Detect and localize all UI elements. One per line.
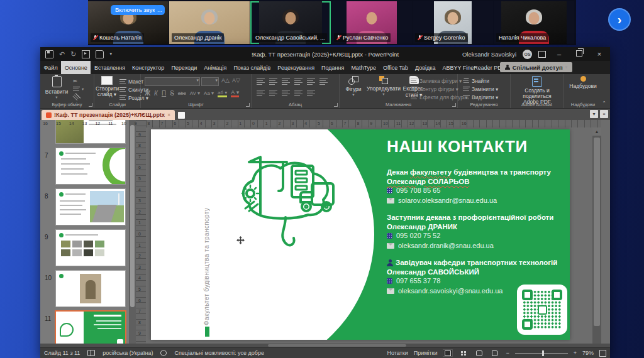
language-indicator[interactable]: російська (Україна) (103, 350, 153, 356)
slide-thumbnail-7[interactable] (56, 148, 125, 184)
increase-indent-icon[interactable] (294, 78, 303, 85)
document-tab[interactable]: !Каф. ТТ презентація (2025)+КЛЄЩ.pptx × (42, 110, 175, 120)
zoom-out-button[interactable]: − (506, 350, 509, 356)
scroll-up-icon[interactable]: ▲ (592, 127, 601, 136)
ribbon-display-options-icon[interactable] (538, 51, 546, 58)
notes-button[interactable]: Нотатки (387, 350, 408, 356)
ribbon-tab-основне[interactable]: Основне (61, 61, 91, 74)
font-size-combo[interactable] (201, 77, 219, 86)
ribbon-tab-показ-слайдів[interactable]: Показ слайдів (230, 61, 274, 74)
shrink-font-button[interactable]: А▽ (232, 77, 240, 84)
unmute-button[interactable]: Включить звук (111, 5, 159, 15)
zoom-in-button[interactable]: + (574, 350, 577, 356)
ribbon-tab-конструктор[interactable]: Конструктор (129, 61, 168, 74)
arrange-button[interactable]: Упорядкувати▾ (366, 76, 401, 97)
new-slide-button[interactable]: Створити слайд ▾ (96, 76, 118, 97)
ribbon-tab-анімація[interactable]: Анімація (201, 61, 230, 74)
grow-font-button[interactable]: А△ (221, 77, 230, 84)
undo-icon[interactable]: ↶ (59, 50, 65, 58)
paste-button[interactable]: Вставити▾ (44, 76, 69, 100)
clipboard-dialog-launcher[interactable] (89, 103, 92, 107)
fit-to-window-icon[interactable] (599, 350, 606, 357)
line-spacing-icon[interactable] (307, 78, 315, 85)
font-name-combo[interactable] (145, 77, 200, 86)
format-painter-button[interactable] (73, 94, 80, 100)
next-participants-button[interactable]: › (608, 8, 631, 31)
justify-icon[interactable] (294, 89, 303, 96)
account-name[interactable]: Oleksandr Savoiskyi (462, 51, 516, 58)
ribbon-tab-файл[interactable]: Файл (40, 61, 61, 74)
font-color-button[interactable]: А ▾ (231, 89, 239, 97)
ribbon-tab-рецензування[interactable]: Рецензування (274, 61, 318, 74)
copy-button[interactable]: ▾ (73, 86, 84, 92)
save-icon[interactable] (45, 50, 53, 58)
slideshow-view-button[interactable] (490, 349, 500, 357)
slide-thumbnail-8[interactable] (56, 189, 125, 225)
new-document-icon[interactable] (96, 50, 104, 58)
restore-button[interactable] (572, 50, 586, 58)
participant-tile[interactable]: Олександр Дранік (169, 1, 250, 44)
normal-view-button[interactable] (443, 349, 453, 357)
highlight-color-button[interactable]: аб ▾ (218, 90, 227, 97)
thumbnail-scrollbar[interactable] (129, 120, 136, 344)
comments-button[interactable]: Примітки (414, 350, 438, 356)
bold-button[interactable]: Ж (145, 90, 150, 97)
main-vertical-scrollbar[interactable]: ▲ (592, 127, 601, 344)
ribbon-tab-вставлення[interactable]: Вставлення (91, 61, 128, 74)
addins-button[interactable]: Надбудови (565, 76, 601, 89)
font-dialog-launcher[interactable] (246, 103, 250, 107)
ribbon-tab-подання[interactable]: Подання (318, 61, 348, 74)
slide-thumbnail-9[interactable] (56, 230, 125, 266)
tab-close-button[interactable]: × (600, 110, 608, 118)
account-avatar[interactable]: OS (523, 50, 532, 59)
columns-icon[interactable] (307, 89, 315, 96)
bullets-icon[interactable] (257, 78, 265, 85)
more-options-button[interactable]: ... (155, 5, 165, 15)
accessibility-status[interactable]: Спеціальні можливості: усе добре (174, 350, 264, 356)
ribbon-tab-переходи[interactable]: Переходи (168, 61, 201, 74)
select-button[interactable]: Виділити ▾ (463, 94, 498, 100)
shape-outline-button[interactable]: Контур фігури ▾ (411, 86, 458, 92)
horizontal-scrollbar[interactable] (40, 344, 610, 347)
tab-list-dropdown-button[interactable]: ▾ (590, 110, 598, 118)
document-tab-close-icon[interactable]: × (167, 112, 170, 118)
find-button[interactable]: Знайти (463, 78, 489, 84)
participant-tile[interactable]: Наталія Чикалова (494, 1, 574, 44)
spellcheck-icon[interactable] (87, 350, 95, 356)
align-center-icon[interactable] (269, 89, 277, 96)
close-button[interactable]: × (592, 50, 606, 58)
drawing-dialog-launcher[interactable] (452, 103, 456, 107)
shape-fill-button[interactable]: Заливка фігури ▾ (411, 78, 462, 84)
ribbon-tab-довідка[interactable]: Довідка (412, 61, 439, 74)
slide-thumbnail-6[interactable] (56, 120, 125, 143)
change-case-button[interactable]: Aa ▾ (204, 90, 214, 96)
italic-button[interactable]: К (154, 90, 158, 97)
decrease-indent-icon[interactable] (282, 78, 290, 85)
create-pdf-button[interactable]: Создать и поделиться Adobe PDF (512, 76, 562, 105)
participant-tile[interactable]: Sergey Gorenko (413, 1, 493, 44)
ribbon-tab-abbyy-finereader-pdf[interactable]: ABBYY FineReader PDF (439, 61, 509, 74)
align-left-icon[interactable] (257, 89, 265, 96)
reading-view-button[interactable] (474, 349, 484, 357)
share-button[interactable]: Спільний доступ ▾ (500, 62, 572, 72)
text-direction-icon[interactable] (319, 78, 328, 85)
zoom-level[interactable]: 79% (582, 350, 594, 356)
strikethrough-button[interactable]: S (170, 90, 174, 97)
customize-qat-icon[interactable]: ▾ (109, 52, 112, 57)
redo-icon[interactable]: ↻ (70, 50, 76, 58)
slide[interactable]: Факультет будівництва та транспорту НАШІ… (151, 129, 570, 340)
character-spacing-button[interactable]: AV ▾ (190, 90, 200, 96)
align-right-icon[interactable] (282, 89, 290, 96)
clear-formatting-button[interactable]: abc (178, 90, 186, 96)
participant-tile[interactable]: Включить звук...Кошель Наталія (88, 1, 169, 44)
start-slideshow-icon[interactable] (82, 50, 90, 58)
numbering-icon[interactable] (269, 78, 277, 85)
ribbon-tab-mathtype[interactable]: MathType (348, 61, 380, 74)
new-document-tab-button[interactable] (178, 112, 185, 119)
participant-tile[interactable]: Руслан Савченко (331, 1, 412, 44)
zoom-slider[interactable] (515, 353, 568, 354)
cut-button[interactable]: ✂ (73, 78, 77, 84)
ribbon-tab-office-tab[interactable]: Office Tab (379, 61, 411, 74)
slide-thumbnail-10[interactable] (56, 271, 125, 306)
paragraph-dialog-launcher[interactable] (334, 103, 338, 107)
